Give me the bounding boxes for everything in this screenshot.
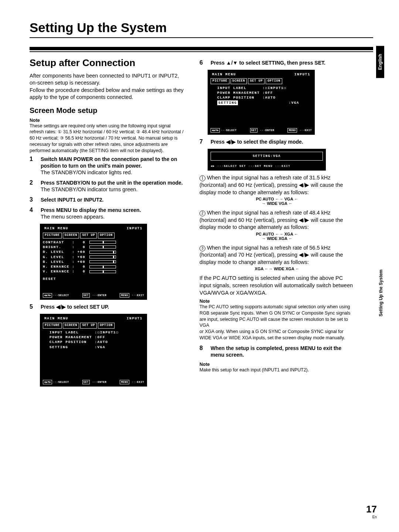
osd-tab: SCREEN — [231, 78, 247, 84]
cycle1-diagram: PC AUTO ←→ VGA ← → WIDE VGA ← — [200, 197, 355, 206]
osd-main-menu: MAIN MENU INPUT1 PICTURESCREENSET UPOPTI… — [40, 224, 147, 300]
section-heading: Setup after Connection — [30, 57, 185, 69]
side-tab-section: Setting Up the System — [378, 270, 383, 316]
osd-reset: RESET — [43, 277, 144, 281]
step-number: 2 — [30, 179, 37, 193]
osd-row: POWER MANAGEMENT :OFF — [50, 335, 144, 340]
step-body: The STANDBY/ON indicator lights red. — [41, 169, 132, 175]
note-heading: Note — [30, 118, 185, 123]
osd-tab: SET UP — [80, 323, 97, 329]
step-number: 3 — [30, 196, 37, 203]
osd-row: SETTING :VGA — [50, 345, 144, 350]
osd-tab: OPTION — [266, 78, 282, 84]
step-body: The STANDBY/ON indicator turns green. — [41, 186, 137, 192]
osd-title-right: INPUT1 — [127, 226, 143, 231]
osd-setting-highlight: MAIN MENU INPUT1 PICTURESCREENSET UPOPTI… — [208, 70, 315, 135]
step-number: 6 — [200, 59, 207, 66]
intro-text: After components have been connected to … — [30, 72, 185, 101]
subsection-heading: Screen Mode setup — [30, 106, 185, 115]
osd-row: INPUT LABEL :◻INPUT1◻ — [217, 86, 312, 90]
rule-thick — [30, 47, 373, 50]
osd-setup-menu: MAIN MENU INPUT1 PICTURESCREENSET UPOPTI… — [40, 314, 147, 387]
osd-tab: PICTURE — [43, 233, 62, 238]
osd-tab: OPTION — [98, 233, 115, 238]
osd-row: CLAMP POSITION :AUTO — [50, 340, 144, 344]
osd-title-left: MAIN MENU — [44, 226, 68, 231]
after-text: If the PC AUTO setting is selected when … — [200, 275, 355, 296]
osd-row: POWER MANAGEMENT :OFF — [217, 90, 312, 95]
osd-row: B. LEVEL : +60 — [43, 260, 144, 264]
osd-row: SETTING :VGA — [217, 100, 312, 105]
cycle2-diagram: PC AUTO ←→ XGA ← → WIDE XGA ← — [200, 232, 355, 241]
osd-tab: PICTURE — [211, 78, 229, 84]
step-bold: Press MENU to display the menu screen. — [41, 207, 141, 213]
step-bold: Press ▲/▼ to select SETTING, then press … — [211, 60, 325, 66]
step-number: 1 — [30, 156, 37, 176]
osd-tab: SCREEN — [63, 323, 79, 329]
note-body: The PC AUTO setting supports automatic s… — [200, 304, 355, 341]
osd-setting-small: SETTING:VGA ◀▶ ···SELECT SET ···SET MENU… — [208, 149, 326, 171]
side-tab-language: English — [376, 46, 384, 78]
step-bold: Select INPUT1 or INPUT2. — [41, 197, 103, 203]
step-bold: Press STANDBY/ON to put the unit in the … — [41, 180, 183, 186]
cycle1-text: 1 When the input signal has a refresh ra… — [200, 174, 355, 196]
osd-tab: OPTION — [98, 323, 115, 329]
osd-row: G. LEVEL : +60 — [43, 255, 144, 260]
step-bold: Press ◀/▶ to select SET UP. — [41, 304, 109, 310]
step-number: 4 — [30, 207, 37, 220]
step-number: 7 — [200, 138, 207, 145]
note-body: These settings are required only when us… — [30, 123, 185, 154]
step-body: The menu screen appears. — [41, 214, 105, 220]
osd-row: CLAMP POSITION :AUTO — [217, 95, 312, 100]
cycle2-text: 2 When the input signal has a refresh ra… — [200, 209, 355, 231]
note-heading: Note — [200, 362, 355, 367]
step-bold: Press ◀/▶ to select the display mode. — [211, 139, 303, 145]
rule-thin — [30, 51, 373, 52]
cycle3-text: 3 When the input signal has a refresh ra… — [200, 244, 355, 266]
osd-tab: SET UP — [80, 233, 97, 238]
page-number: 17 En — [366, 504, 377, 519]
osd-row: R. LEVEL : +60 — [43, 250, 144, 254]
osd-tab: SET UP — [248, 78, 265, 84]
osd-tab: PICTURE — [43, 323, 62, 329]
page-title: Setting Up the System — [30, 20, 373, 38]
osd-row: CONTRAST : 0 — [43, 240, 144, 245]
step-number: 5 — [30, 303, 37, 310]
step-bold: Switch MAIN POWER on the connection pane… — [41, 156, 177, 169]
step-number: 8 — [200, 345, 207, 358]
osd-row: BRIGHT. : 0 — [43, 245, 144, 250]
osd-row: H. ENHANCE : 0 — [43, 264, 144, 269]
cycle3-diagram: XGA ←→ WIDE XGA ← — [200, 267, 355, 271]
note-body: Make this setup for each input (INPUT1 a… — [200, 367, 355, 373]
osd-row: V. ENHANCE : 0 — [43, 269, 144, 274]
osd-tab: SCREEN — [63, 233, 79, 238]
step-bold: When the setup is completed, press MENU … — [211, 345, 341, 358]
osd-row: INPUT LABEL :◻INPUT1◻ — [50, 330, 144, 335]
note-heading: Note — [200, 299, 355, 304]
